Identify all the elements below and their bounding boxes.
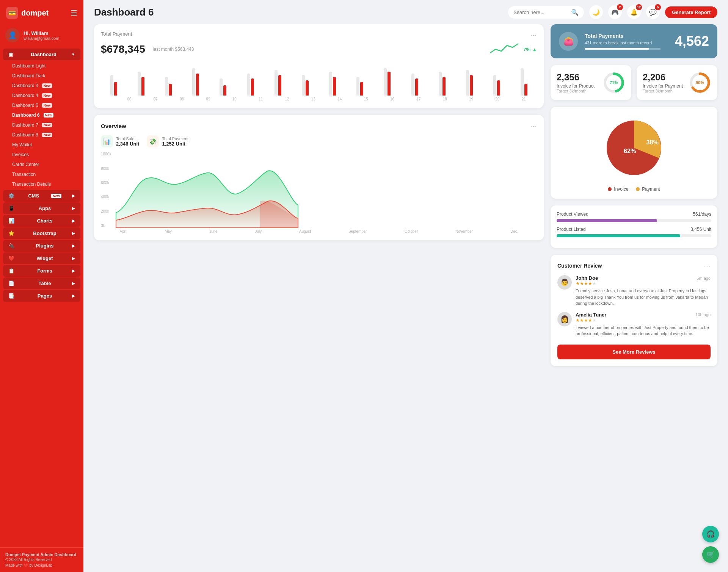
pie-legend-invoice: Invoice bbox=[608, 186, 628, 192]
nav-item-widget[interactable]: ❤️ Widget ▶ bbox=[3, 252, 80, 264]
generate-report-button[interactable]: Generate Report bbox=[665, 6, 717, 18]
review-content-1: John Doe 5m ago ★★★★★ Friendly service J… bbox=[576, 275, 711, 307]
apps-label: Apps bbox=[39, 205, 51, 211]
theme-toggle-button[interactable]: 🌙 bbox=[589, 5, 603, 19]
invoice-pct-label: 62% bbox=[624, 147, 636, 154]
reviewer-avatar-1: 👨 bbox=[557, 275, 572, 290]
bar-group-7 bbox=[292, 75, 318, 96]
dashboard-label: Dashboard bbox=[31, 52, 56, 57]
topbar: Dashboard 6 🔍 🌙 🎮 2 🔔 12 💬 5 Generate Re… bbox=[83, 0, 728, 24]
customer-review-card: Customer Review ⋯ 👨 John Doe 5m ago ★★★★… bbox=[551, 255, 717, 366]
total-payment-info: Total Payment 1,252 Unit bbox=[162, 136, 188, 147]
moon-icon: 🌙 bbox=[592, 9, 600, 16]
bar-chart bbox=[101, 61, 537, 96]
search-box[interactable]: 🔍 bbox=[508, 6, 584, 19]
other-nav-items: ⚙️ CMS New ▶📱 Apps ▶📊 Charts ▶⭐ Bootstra… bbox=[0, 190, 83, 302]
sidebar-nav: ▣ Dashboard ▼ Dashboard LightDashboard D… bbox=[0, 48, 83, 547]
notification-button-chat[interactable]: 💬 5 bbox=[646, 5, 660, 19]
invoice-payment-card: 2,206 Invoice for Payment Target 3k/mont… bbox=[637, 65, 717, 100]
red-bar-12 bbox=[442, 77, 446, 96]
user-profile[interactable]: 👤 Hi, William william@gmail.com bbox=[0, 24, 83, 48]
widget-icon: ❤️ bbox=[8, 255, 14, 261]
dashboard-nav-header[interactable]: ▣ Dashboard ▼ bbox=[3, 49, 80, 60]
bar-group-6 bbox=[265, 70, 290, 96]
user-info: Hi, William william@gmail.com bbox=[24, 30, 59, 41]
total-payment-overview-value: 1,252 Unit bbox=[162, 141, 188, 147]
pie-chart-container: 62% 38% bbox=[557, 114, 711, 182]
wallet-icon: 👛 bbox=[559, 32, 578, 51]
nav-item-bootstrap[interactable]: ⭐ Bootstrap ▶ bbox=[3, 227, 80, 239]
product-viewed-header: Product Viewed 561/days bbox=[557, 212, 711, 217]
donut-product-label: 71% bbox=[610, 80, 618, 85]
gray-bar-12 bbox=[439, 72, 442, 96]
nav-item-apps[interactable]: 📱 Apps ▶ bbox=[3, 202, 80, 214]
sidebar-item-dashboard-6[interactable]: Dashboard 6New bbox=[0, 110, 83, 120]
sidebar-item-cards-center[interactable]: Cards Center bbox=[0, 160, 83, 169]
product-listed-progress bbox=[557, 234, 711, 237]
sidebar-item-dashboard-light[interactable]: Dashboard Light bbox=[0, 61, 83, 71]
chevron-icon: ▶ bbox=[72, 281, 75, 285]
product-listed-value: 3,456 Unit bbox=[690, 227, 711, 232]
notification-button-bell[interactable]: 🔔 12 bbox=[627, 5, 641, 19]
area-chart-svg bbox=[116, 152, 537, 228]
sidebar-footer: Dompet Payment Admin Dashboard © 2023 Al… bbox=[0, 547, 83, 572]
sidebar-item-invoices[interactable]: Invoices bbox=[0, 150, 83, 160]
red-bar-15 bbox=[524, 84, 527, 96]
invoice-product-left: 2,356 Invoice for Product Target 3k/mont… bbox=[557, 72, 595, 93]
nav-item-plugins[interactable]: 🔌 Plugins ▶ bbox=[3, 240, 80, 252]
sidebar-item-dashboard-dark[interactable]: Dashboard Dark bbox=[0, 71, 83, 81]
nav-item-pages[interactable]: 📑 Pages ▶ bbox=[3, 290, 80, 302]
sidebar-header: 💳 dompet ☰ bbox=[0, 0, 83, 24]
bar-group-14 bbox=[484, 75, 510, 96]
stars-2: ★★★★★ bbox=[576, 318, 711, 323]
hamburger-button[interactable]: ☰ bbox=[71, 8, 77, 17]
support-fab[interactable]: 🎧 bbox=[702, 526, 719, 542]
invoice-payment-target: Target 3k/month bbox=[643, 89, 683, 93]
sidebar-item-transaction-details[interactable]: Transaction Details bbox=[0, 179, 83, 189]
logo-icon: 💳 bbox=[6, 7, 18, 19]
nav-item-table[interactable]: 📄 Table ▶ bbox=[3, 277, 80, 289]
content-grid: Total Payment ⋯ $678,345 last month $563… bbox=[94, 24, 717, 366]
total-payments-title: Total Payments bbox=[585, 33, 668, 39]
review-header: Customer Review ⋯ bbox=[557, 262, 711, 270]
pages-icon: 📑 bbox=[8, 293, 14, 299]
gray-bar-2 bbox=[165, 77, 168, 96]
review-text-1: Friendly service Josh, Lunar and everyon… bbox=[576, 288, 711, 307]
main-area: Dashboard 6 🔍 🌙 🎮 2 🔔 12 💬 5 Generate Re… bbox=[83, 0, 728, 572]
trend-pct: 7% bbox=[523, 47, 530, 52]
fab-container: 🎧 🛒 bbox=[702, 526, 719, 563]
sidebar-item-my-wallet[interactable]: My Wallet bbox=[0, 140, 83, 150]
avatar: 👤 bbox=[5, 28, 20, 42]
red-bar-10 bbox=[388, 72, 391, 96]
see-more-reviews-button[interactable]: See More Reviews bbox=[557, 345, 711, 359]
cart-fab[interactable]: 🛒 bbox=[702, 546, 719, 563]
notification-button-games[interactable]: 🎮 2 bbox=[608, 5, 622, 19]
chevron-down-icon: ▼ bbox=[71, 52, 75, 56]
nav-item-forms[interactable]: 📋 Forms ▶ bbox=[3, 265, 80, 277]
plugins-label: Plugins bbox=[36, 243, 54, 249]
sidebar-item-dashboard-8[interactable]: Dashboard 8New bbox=[0, 130, 83, 140]
sidebar-item-transaction[interactable]: Transaction bbox=[0, 169, 83, 179]
overview-menu[interactable]: ⋯ bbox=[530, 122, 537, 130]
gray-bar-9 bbox=[356, 77, 359, 96]
chevron-icon: ▶ bbox=[72, 244, 75, 248]
review-menu[interactable]: ⋯ bbox=[704, 262, 711, 270]
total-sale-icon: 📊 bbox=[101, 135, 113, 147]
forms-icon: 📋 bbox=[8, 268, 14, 274]
invoice-product-target: Target 3k/month bbox=[557, 89, 595, 93]
cart-icon: 🛒 bbox=[706, 550, 715, 559]
search-input[interactable] bbox=[513, 9, 568, 15]
sidebar-item-dashboard-7[interactable]: Dashboard 7New bbox=[0, 120, 83, 130]
nav-item-charts[interactable]: 📊 Charts ▶ bbox=[3, 215, 80, 227]
overview-title: Overview bbox=[101, 123, 126, 129]
total-payment-menu[interactable]: ⋯ bbox=[530, 31, 537, 39]
sidebar-item-dashboard-3[interactable]: Dashboard 3New bbox=[0, 81, 83, 91]
legend-total-sale: 📊 Total Sale 2,346 Unit bbox=[101, 135, 139, 147]
gray-bar-6 bbox=[275, 70, 278, 96]
bell-icon: 🔔 bbox=[630, 9, 638, 16]
nav-item-cms[interactable]: ⚙️ CMS New ▶ bbox=[3, 190, 80, 202]
cms-label: CMS bbox=[28, 193, 39, 199]
sidebar-item-dashboard-4[interactable]: Dashboard 4New bbox=[0, 91, 83, 100]
sidebar-item-dashboard-5[interactable]: Dashboard 5New bbox=[0, 100, 83, 110]
red-bar-5 bbox=[251, 78, 254, 96]
